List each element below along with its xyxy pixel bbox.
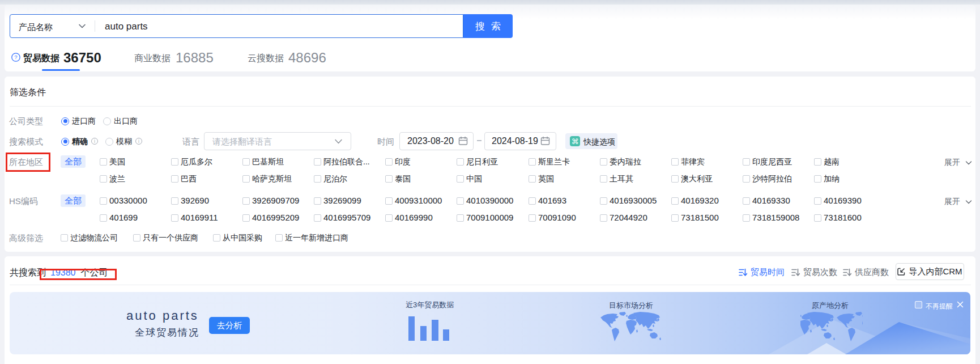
svg-text:?: ? <box>14 54 17 60</box>
